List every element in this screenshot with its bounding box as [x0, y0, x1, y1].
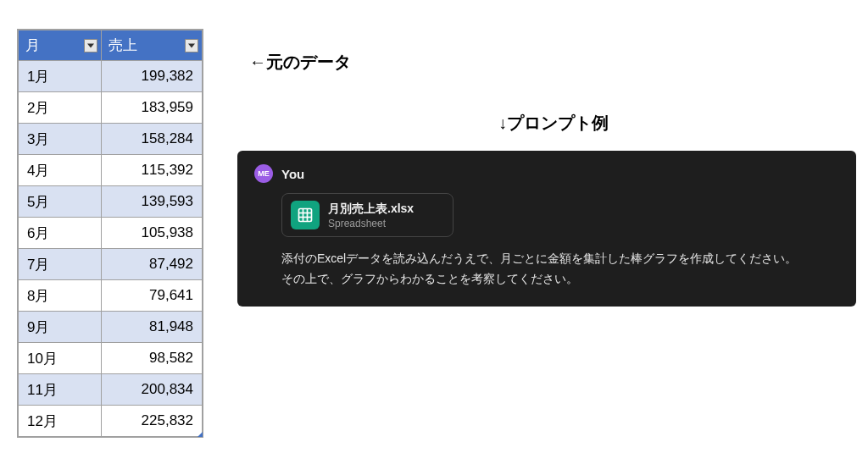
cell-month[interactable]: 10月: [19, 343, 102, 374]
prompt-message-text: 添付のExcelデータを読み込んだうえで、月ごとに金額を集計した棒グラフを作成し…: [281, 249, 839, 290]
filter-dropdown-icon[interactable]: [84, 39, 97, 52]
prompt-line-1: 添付のExcelデータを読み込んだうえで、月ごとに金額を集計した棒グラフを作成し…: [281, 249, 839, 269]
user-name-label: You: [281, 167, 304, 181]
cell-month[interactable]: 4月: [19, 155, 102, 186]
file-attachment-chip[interactable]: 月別売上表.xlsx Spreadsheet: [281, 193, 453, 237]
cell-month[interactable]: 1月: [19, 61, 102, 92]
table-row[interactable]: 10月98,582: [19, 343, 203, 374]
cell-sales[interactable]: 115,392: [101, 155, 202, 186]
cell-sales[interactable]: 183,959: [101, 92, 202, 124]
table-body: 1月199,3822月183,9593月158,2844月115,3925月13…: [19, 61, 203, 437]
cell-sales[interactable]: 225,832: [101, 406, 202, 437]
cell-sales[interactable]: 98,582: [101, 343, 202, 374]
header-month-label: 月: [25, 37, 40, 53]
cell-month[interactable]: 7月: [19, 249, 102, 280]
cell-sales[interactable]: 158,284: [101, 124, 202, 155]
cell-month[interactable]: 6月: [19, 218, 102, 249]
column-header-sales[interactable]: 売上: [101, 30, 202, 61]
user-avatar: ME: [254, 164, 273, 183]
table-row[interactable]: 1月199,382: [19, 61, 203, 92]
spreadsheet-icon: [291, 201, 320, 229]
cell-month[interactable]: 12月: [19, 406, 102, 437]
table-row[interactable]: 6月105,938: [19, 218, 203, 249]
cell-month[interactable]: 5月: [19, 186, 102, 218]
table-row[interactable]: 5月139,593: [19, 186, 203, 218]
cell-month[interactable]: 2月: [19, 92, 102, 124]
cell-sales[interactable]: 105,938: [101, 218, 202, 249]
table-row[interactable]: 9月81,948: [19, 312, 203, 343]
cell-month[interactable]: 8月: [19, 280, 102, 312]
file-type-label: Spreadsheet: [328, 218, 414, 229]
table-row[interactable]: 3月158,284: [19, 124, 203, 155]
cell-month[interactable]: 9月: [19, 312, 102, 343]
table-row[interactable]: 8月79,641: [19, 280, 203, 312]
file-name-label: 月別売上表.xlsx: [328, 202, 414, 217]
prompt-line-2: その上で、グラフからわかることを考察してください。: [281, 269, 839, 290]
cell-sales[interactable]: 87,492: [101, 249, 202, 280]
cell-month[interactable]: 3月: [19, 124, 102, 155]
chat-prompt-box: ME You 月別売上表.xlsx Spreadsheet 添付のExcelデー…: [237, 151, 856, 307]
svg-rect-0: [299, 209, 312, 222]
header-sales-label: 売上: [108, 37, 137, 53]
filter-dropdown-icon[interactable]: [185, 39, 198, 52]
monthly-sales-table: 月 売上 1月199,3822月183,9593月158,2844月115,39…: [17, 29, 203, 438]
annotation-source-data: ←元のデータ: [249, 51, 351, 74]
table-resize-handle-icon[interactable]: [198, 432, 203, 437]
table-row[interactable]: 11月200,834: [19, 374, 203, 406]
cell-sales[interactable]: 200,834: [101, 374, 202, 406]
cell-month[interactable]: 11月: [19, 374, 102, 406]
table-row[interactable]: 4月115,392: [19, 155, 203, 186]
cell-sales[interactable]: 199,382: [101, 61, 202, 92]
cell-sales[interactable]: 79,641: [101, 280, 202, 312]
table-row[interactable]: 7月87,492: [19, 249, 203, 280]
annotation-prompt-example: ↓プロンプト例: [498, 112, 609, 135]
table-row[interactable]: 2月183,959: [19, 92, 203, 124]
cell-sales[interactable]: 81,948: [101, 312, 202, 343]
cell-sales[interactable]: 139,593: [101, 186, 202, 218]
user-header: ME You: [254, 164, 839, 183]
table-row[interactable]: 12月225,832: [19, 406, 203, 437]
column-header-month[interactable]: 月: [19, 30, 102, 61]
